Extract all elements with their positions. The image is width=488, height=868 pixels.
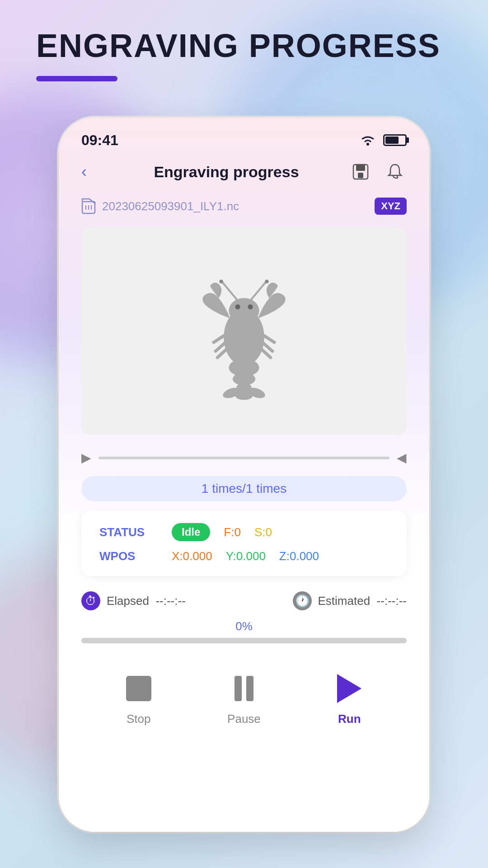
nav-title: Engraving progress (154, 163, 299, 181)
back-button[interactable]: ‹ (81, 162, 104, 181)
stop-button[interactable]: Stop (121, 670, 157, 726)
bell-icon (386, 163, 404, 181)
run-triangle-icon (337, 674, 361, 703)
slider-row: ▶ ◀ (59, 439, 429, 476)
slider-right-arrow[interactable]: ◀ (397, 450, 407, 465)
nav-bar: ‹ Engraving progress (59, 154, 429, 190)
pause-label: Pause (227, 712, 261, 726)
y-value: Y:0.000 (226, 549, 266, 563)
run-icon-container (331, 670, 367, 707)
status-row-1: STATUS Idle F:0 S:0 (99, 523, 389, 541)
battery-icon (383, 134, 407, 146)
f-value: F:0 (224, 525, 241, 539)
wpos-label: WPOS (99, 549, 172, 563)
stop-label: Stop (127, 712, 151, 726)
svg-line-12 (222, 282, 238, 301)
bottom-bar: Stop Pause Run (59, 657, 429, 744)
svg-point-11 (248, 304, 253, 309)
svg-line-13 (250, 282, 266, 301)
slider-track[interactable] (99, 457, 389, 459)
estimated-clock-icon: 🕐 (293, 591, 312, 610)
timing-row: ⏱ Elapsed --:--:-- 🕐 Estimated --:--:-- (59, 580, 429, 615)
progress-label: 0% (81, 619, 407, 633)
status-time: 09:41 (81, 132, 118, 149)
stop-square-icon (126, 676, 151, 701)
save-button[interactable] (349, 160, 372, 184)
lobster-preview (181, 254, 307, 408)
z-value: Z:0.000 (279, 549, 319, 563)
pause-button[interactable]: Pause (226, 670, 262, 726)
svg-point-14 (219, 280, 223, 283)
svg-point-15 (265, 280, 268, 283)
sdcard-icon (81, 198, 96, 214)
svg-rect-2 (356, 165, 365, 171)
save-icon (352, 163, 370, 181)
status-bar: 09:41 (59, 118, 429, 154)
svg-point-0 (366, 143, 369, 146)
status-panel: STATUS Idle F:0 S:0 WPOS X:0.000 Y:0.000… (81, 510, 407, 576)
elapsed-text: Elapsed --:--:-- (107, 594, 186, 608)
svg-point-9 (229, 298, 259, 323)
status-icons (360, 134, 407, 146)
times-label: 1 times/1 times (81, 476, 407, 501)
xyz-badge[interactable]: XYZ (375, 198, 407, 215)
pause-icon-container (226, 670, 262, 707)
idle-badge: Idle (172, 523, 210, 541)
phone-mockup: 09:41 ‹ Engraving progress (59, 118, 429, 832)
page-title: ENGRAVING PROGRESS (36, 27, 441, 64)
status-label: STATUS (99, 525, 172, 539)
run-label: Run (338, 712, 361, 726)
x-value: X:0.000 (172, 549, 212, 563)
nav-actions (349, 160, 407, 184)
progress-track (81, 638, 407, 643)
svg-point-10 (235, 304, 240, 309)
preview-area (81, 227, 407, 435)
bell-button[interactable] (383, 160, 407, 184)
estimated-item: 🕐 Estimated --:--:-- (293, 591, 407, 610)
svg-rect-3 (358, 173, 363, 178)
elapsed-clock-icon: ⏱ (81, 591, 100, 610)
file-info: 20230625093901_ILY1.nc (81, 198, 239, 214)
file-bar: 20230625093901_ILY1.nc XYZ (59, 190, 429, 222)
slider-left-arrow[interactable]: ▶ (81, 450, 91, 465)
estimated-text: Estimated --:--:-- (318, 594, 407, 608)
elapsed-item: ⏱ Elapsed --:--:-- (81, 591, 186, 610)
s-value: S:0 (254, 525, 272, 539)
progress-section: 0% (59, 615, 429, 652)
pause-bars-icon (235, 676, 253, 701)
stop-icon-container (121, 670, 157, 707)
title-underline (36, 76, 117, 81)
run-button[interactable]: Run (331, 670, 367, 726)
file-name: 20230625093901_ILY1.nc (102, 199, 239, 213)
status-row-2: WPOS X:0.000 Y:0.000 Z:0.000 (99, 549, 389, 563)
wifi-icon (360, 134, 376, 146)
